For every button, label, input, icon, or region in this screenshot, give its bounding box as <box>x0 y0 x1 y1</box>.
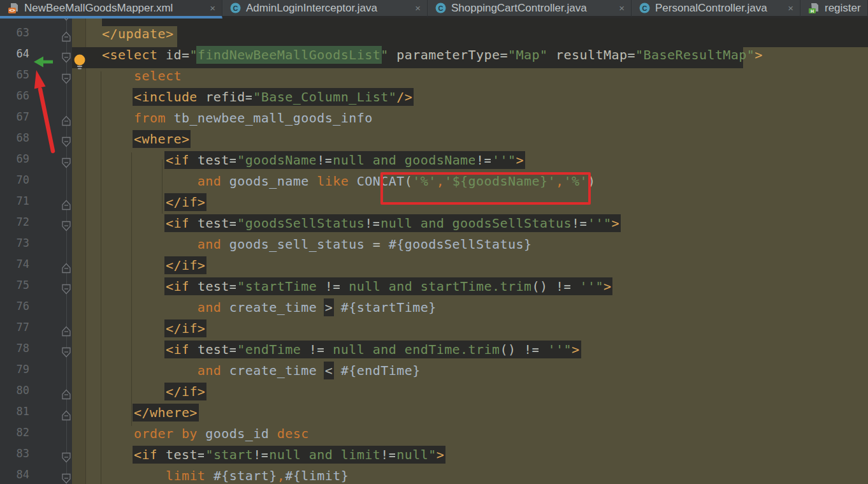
code-token: <if <box>166 216 189 231</box>
navigate-back-arrow-icon[interactable] <box>32 55 55 71</box>
code-token: <select <box>102 47 157 62</box>
code-line-71[interactable]: </if> <box>0 194 868 216</box>
code-token: create_time <box>221 363 324 378</box>
fold-marker-down-icon[interactable] <box>61 447 71 468</box>
line-number-74: 74 <box>0 258 29 279</box>
code-token <box>548 279 556 294</box>
tab-close-icon[interactable]: × <box>203 0 222 16</box>
code-token: null and limit <box>269 447 380 462</box>
fold-marker-down-icon[interactable] <box>61 47 71 68</box>
code-line-76[interactable]: and create_time > #{startTime} <box>0 300 868 321</box>
code-token: findNewBeeMallGoodsList <box>198 47 380 62</box>
code-line-75[interactable]: <if test="startTime != null and startTim… <box>0 279 868 300</box>
code-token: like <box>317 173 349 189</box>
line-number-78: 78 <box>0 342 29 363</box>
code-line-67[interactable]: from tb_newbee_mall_goods_info <box>0 110 868 131</box>
fold-marker-down-icon[interactable] <box>61 468 71 484</box>
code-token: goods_id <box>198 426 277 441</box>
fold-marker-up-icon[interactable] <box>61 258 71 279</box>
code-token: = <box>373 237 389 252</box>
code-line-63[interactable]: </update> <box>0 26 868 47</box>
code-line-79[interactable]: and create_time < #{endTime} <box>0 363 868 384</box>
code-token: desc <box>277 426 309 441</box>
code-token: , <box>277 468 286 483</box>
code-token: != <box>365 216 380 231</box>
code-token: " <box>380 47 389 62</box>
code-line-73[interactable]: and goods_sell_status = #{goodsSellStatu… <box>0 237 868 258</box>
code-line-78[interactable]: <if test="endTime != null and endTime.tr… <box>0 342 868 363</box>
code-token: <if <box>166 342 189 357</box>
editor-pane[interactable]: </foreach> </update> <select id="findNew… <box>0 0 868 484</box>
tab-ShoppingCartController.java[interactable]: CShoppingCartController.java× <box>428 0 632 18</box>
code-token: "Base_Column_List" <box>253 89 396 105</box>
code-line-80[interactable]: </if> <box>0 384 868 405</box>
code-token <box>389 47 397 62</box>
code-token: <if <box>166 279 189 294</box>
fold-marker-up-icon[interactable] <box>61 384 71 405</box>
fold-marker-down-icon[interactable] <box>61 131 71 152</box>
code-line-81[interactable]: </where> <box>0 405 868 426</box>
code-line-82[interactable]: order by goods_id desc <box>0 426 868 447</box>
code-line-77[interactable]: </if> <box>0 321 868 342</box>
code-token: , <box>437 173 445 189</box>
code-line-72[interactable]: <if test="goodsSellStatus!=null and good… <box>0 216 868 237</box>
fold-marker-down-icon[interactable] <box>61 152 71 173</box>
code-token: </if> <box>166 321 205 336</box>
code-token <box>70 131 134 147</box>
line-number-69: 69 <box>0 152 29 173</box>
code-token: null and endTime.trim <box>325 342 500 357</box>
code-token: </where> <box>134 405 198 420</box>
code-token: = <box>229 279 238 294</box>
code-line-65[interactable]: select <box>0 68 868 89</box>
fold-marker-up-icon[interactable] <box>61 110 71 131</box>
fold-marker-down-icon[interactable] <box>61 68 71 89</box>
code-token: <if <box>166 152 189 168</box>
code-token: /> <box>396 89 412 105</box>
code-line-64[interactable]: <select id="findNewBeeMallGoodsList" par… <box>0 47 868 68</box>
fold-marker-up-icon[interactable] <box>61 194 71 216</box>
tab-register[interactable]: Hregister <box>800 0 868 18</box>
code-line-74[interactable]: </if> <box>0 258 868 279</box>
tab-AdminLoginInterceptor.java[interactable]: CAdminLoginInterceptor.java× <box>222 0 428 18</box>
code-line-70[interactable]: and goods_name like CONCAT('%','${goodsN… <box>0 173 868 194</box>
editor-tab-bar: <>NewBeeMallGoodsMapper.xml×CAdminLoginI… <box>0 0 868 18</box>
tab-close-icon[interactable]: × <box>409 0 427 16</box>
fold-marker-up-icon[interactable] <box>61 321 71 342</box>
fold-marker-down-icon[interactable] <box>61 216 71 237</box>
code-token: test <box>166 447 198 462</box>
line-number-80: 80 <box>0 384 29 405</box>
tab-PersonalController.java[interactable]: CPersonalController.java× <box>632 0 800 18</box>
code-token: = <box>500 47 509 62</box>
line-number-79: 79 <box>0 363 29 384</box>
line-number-75: 75 <box>0 279 29 300</box>
tab-close-icon[interactable]: × <box>781 0 800 16</box>
code-line-69[interactable]: <if test="goodsName!=null and goodsName!… <box>0 152 868 173</box>
code-line-68[interactable]: <where> <box>0 131 868 152</box>
code-token <box>198 89 206 105</box>
code-token: = <box>229 342 238 357</box>
code-token: = <box>229 152 238 168</box>
fold-marker-down-icon[interactable] <box>61 342 71 363</box>
tab-NewBeeMallGoodsMapper.xml[interactable]: <>NewBeeMallGoodsMapper.xml× <box>0 0 222 18</box>
code-token <box>516 342 524 357</box>
code-token <box>70 258 166 273</box>
tab-label: PersonalController.java <box>655 2 767 15</box>
code-line-83[interactable]: <if test="start!=null and limit!=null"> <box>0 447 868 468</box>
line-number-81: 81 <box>0 405 29 426</box>
line-number-76: 76 <box>0 300 29 321</box>
code-token: > <box>325 300 333 315</box>
intention-bulb-icon[interactable] <box>73 54 87 73</box>
code-token: ''" <box>572 279 604 294</box>
java-class-icon: C <box>435 3 446 13</box>
tab-close-icon[interactable]: × <box>612 0 631 16</box>
svg-text:C: C <box>642 4 647 12</box>
fold-marker-down-icon[interactable] <box>61 279 71 300</box>
code-token: test <box>198 216 229 231</box>
code-line-66[interactable]: <include refid="Base_Column_List"/> <box>0 89 868 110</box>
code-line-84[interactable]: limit #{start},#{limit} <box>0 468 868 484</box>
code-token: ''" <box>492 152 516 168</box>
fold-marker-up-icon[interactable] <box>61 405 71 426</box>
fold-marker-up-icon[interactable] <box>61 26 71 47</box>
code-token: != <box>309 342 325 357</box>
code-token: ) <box>588 173 596 189</box>
